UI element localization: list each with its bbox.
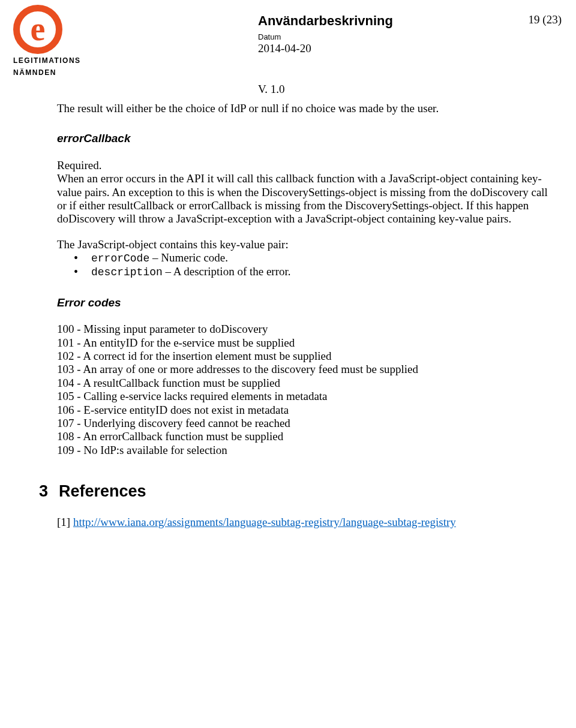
error-code-item: 108 - An errorCallback function must be … [57,430,553,443]
required-label: Required. [57,159,553,172]
errorcallback-description: When an error occurs in the API it will … [57,172,553,226]
error-code-item: 105 - Calling e-service lacks required e… [57,390,553,403]
logo-letter: e [31,12,46,46]
logo-text-line2: NÄMNDEN [13,68,81,78]
version-label: V. 1.0 [258,83,285,96]
reference-label: [1] [57,516,73,528]
list-item: errorCode – Numeric code. [66,251,553,265]
logo-icon: e [13,5,62,54]
section-errorcallback: errorCallback [57,132,553,145]
error-codes-list: 100 - Missing input parameter to doDisco… [57,323,553,457]
doc-title-block: Användarbeskrivning Datum 2014-04-20 [258,13,393,55]
intro-paragraph: The result will either be the choice of … [57,102,553,115]
bullet-code: description [91,266,163,278]
error-code-item: 106 - E-service entityID does not exist … [57,404,553,417]
reference-item: [1] http://www.iana.org/assignments/lang… [57,516,553,529]
document-header: e LEGITIMATIONS NÄMNDEN Användarbeskrivn… [0,0,576,102]
list-item: description – A description of the error… [66,265,553,279]
references-number: 3 [39,482,48,500]
error-code-item: 100 - Missing input parameter to doDisco… [57,323,553,336]
logo-text-line1: LEGITIMATIONS [13,56,81,66]
keyvalue-lead: The JavaScript-object contains this key-… [57,238,553,251]
references-title: References [59,482,146,500]
error-code-item: 102 - A correct id for the insertion ele… [57,350,553,363]
error-code-item: 104 - A resultCallback function must be … [57,377,553,390]
error-code-item: 109 - No IdP:s available for selection [57,444,553,457]
section-errorcodes: Error codes [57,296,553,309]
bullet-text: – A description of the error. [163,265,291,278]
reference-link[interactable]: http://www.iana.org/assignments/language… [73,516,456,528]
datum-label: Datum [258,32,393,41]
keyvalue-list: errorCode – Numeric code. description – … [57,251,553,279]
error-code-item: 107 - Underlying discovery feed cannot b… [57,417,553,430]
doc-title: Användarbeskrivning [258,13,393,29]
bullet-text: – Numeric code. [149,251,228,264]
doc-date: 2014-04-20 [258,42,393,55]
references-heading: 3References [39,482,553,501]
error-code-item: 103 - An array of one or more addresses … [57,363,553,376]
page-number: 19 (23) [529,13,562,26]
error-code-item: 101 - An entityID for the e-service must… [57,336,553,350]
document-body: The result will either be the choice of … [57,102,553,529]
bullet-code: errorCode [91,252,149,264]
logo: e LEGITIMATIONS NÄMNDEN [13,5,81,77]
